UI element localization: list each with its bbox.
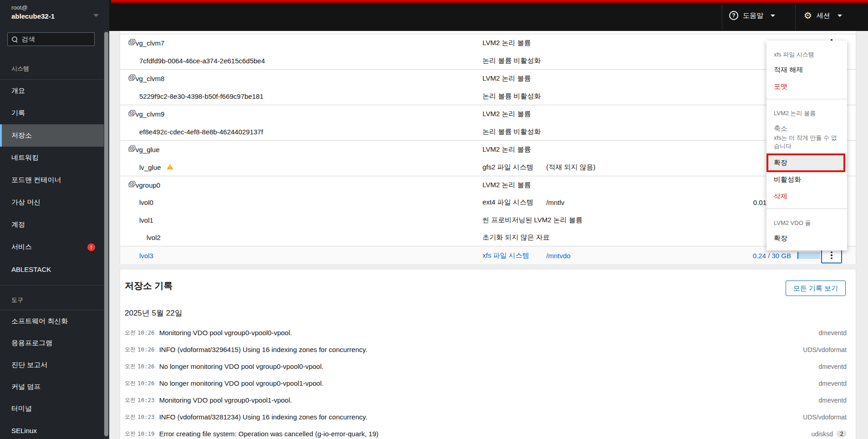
table-row[interactable]: vg_glueLVM2 논리 볼륨 (120, 141, 856, 158)
table-row[interactable]: 7cfdfd9b-0064-46ce-a374-2e615c6d5be4논리 볼… (120, 52, 856, 70)
main-content: vg_clvm7LVM2 논리 볼륨7cfdfd9b-0064-46ce-a37… (109, 31, 868, 439)
menu-item-비활성화[interactable]: 비활성화 (766, 171, 847, 188)
sidebar-item[interactable]: SELinux (0, 419, 104, 439)
volume-group-name: vgroup0 (136, 181, 160, 189)
table-row[interactable]: lv_gluegfs2 파일 시스템(적재 되지 않음) (120, 158, 856, 176)
sidebar-scrollbar[interactable] (104, 31, 109, 439)
sidebar-item-label: 응용프로그램 (11, 339, 52, 347)
log-time: 10:26 (137, 329, 155, 336)
search-input[interactable]: 검색 (7, 32, 95, 46)
mount-point[interactable]: /mntvdo (546, 251, 570, 259)
sidebar-item[interactable]: 소프트웨어 최신화 (0, 310, 104, 332)
menu-item-label: 삭제 (774, 192, 840, 201)
table-row[interactable]: vg_clvm7LVM2 논리 볼륨 (120, 34, 856, 52)
alert-badge: ! (87, 243, 95, 251)
log-entry[interactable]: 오전10:23Monitoring VDO pool vgroup0-vpool… (120, 392, 856, 408)
sidebar-item[interactable]: 저장소 (0, 124, 104, 147)
table-row[interactable]: lvol3xfs 파일 시스템/mntvdo0.24 / 30 GB (120, 246, 856, 264)
menu-item-축소: 축소xfs는 더 작게 만들 수 없습니다 (766, 120, 847, 154)
sidebar-item-label: 포드맨 컨테이너 (11, 176, 61, 184)
log-source: dmeventd (819, 329, 847, 337)
menu-item-확장[interactable]: 확장 (766, 230, 847, 247)
sidebar-section-header: 도구 (0, 296, 104, 305)
table-row[interactable]: lvol2초기화 되지 않은 자료 (120, 229, 856, 246)
log-time: 10:26 (137, 380, 155, 387)
sidebar: root@ ablecube32-1 검색 시스템개요기록저장소네트워킹포드맨 … (0, 0, 104, 439)
session-label: 세션 (817, 11, 830, 20)
volume-type: LVM2 논리 볼륨 (482, 74, 531, 83)
search-placeholder: 검색 (21, 35, 35, 44)
sidebar-item[interactable]: 개요 (0, 80, 104, 102)
log-time: 10:23 (137, 413, 155, 420)
volume-content[interactable]: xfs 파일 시스템 (482, 251, 529, 260)
search-icon (12, 36, 18, 42)
sidebar-item[interactable]: 네트워킹 (0, 147, 104, 169)
table-row[interactable]: lvol1씬 프로비저닝된 LVM2 논리 볼륨 (120, 211, 856, 229)
log-count-badge: 2 (837, 430, 847, 437)
volume-type: LVM2 논리 볼륨 (482, 145, 531, 154)
storage-logs-card: 저장소 기록 모든 기록 보기 2025년 5월 22일 오전10:26Moni… (120, 270, 856, 439)
sidebar-item-label: ABLESTACK (11, 265, 51, 273)
volume-name[interactable]: lvol3 (139, 251, 153, 259)
log-entry[interactable]: 오전10:26No longer monitoring VDO pool vgr… (120, 375, 856, 392)
sidebar-item[interactable]: 가상 머신 (0, 191, 104, 214)
log-source: dmeventd (819, 363, 847, 370)
sidebar-item[interactable]: 기록 (0, 102, 104, 124)
table-row[interactable]: lvol0ext4 파일 시스템/mntlv0.01 (120, 194, 856, 211)
sidebar-item[interactable]: 진단 보고서 (0, 354, 104, 376)
host-switcher[interactable]: root@ ablecube32-1 (0, 0, 109, 31)
sidebar-item[interactable]: ABLESTACK (0, 258, 104, 281)
sidebar-item[interactable]: 서비스! (0, 236, 104, 258)
sidebar-item-label: 진단 보고서 (11, 361, 47, 369)
table-row[interactable]: vg_clvm9LVM2 논리 볼륨 (120, 105, 856, 123)
sidebar-item-label: 계정 (11, 220, 25, 229)
volume-group-name: vg_clvm9 (136, 110, 164, 118)
log-entry[interactable]: 오전10:19Error creating file system: Opera… (120, 425, 856, 439)
table-row[interactable]: ef8e492c-cdec-4ef8-8e8b-46244029137f논리 볼… (120, 123, 856, 141)
gear-icon: ⚙ (804, 11, 812, 20)
view-all-logs-button[interactable]: 모든 기록 보기 (786, 281, 846, 296)
menu-item-label: 적재 해제 (774, 66, 840, 74)
menu-item-적재 해제[interactable]: 적재 해제 (766, 61, 847, 78)
menu-divider (766, 209, 847, 209)
sidebar-item[interactable]: 터미널 (0, 398, 104, 419)
masthead-separator (795, 5, 796, 31)
sidebar-item[interactable]: 커널 덤프 (0, 376, 104, 398)
volume-type: LVM2 논리 볼륨 (482, 181, 531, 189)
sidebar-item[interactable]: 응용프로그램 (0, 332, 104, 354)
volume-content: 논리 볼륨 비활성화 (482, 127, 541, 136)
volume-type: LVM2 논리 볼륨 (482, 110, 531, 118)
log-time: 10:19 (137, 430, 155, 437)
sidebar-item-label: 서비스 (11, 243, 32, 251)
log-entry[interactable]: 오전10:26Monitoring VDO pool vgroup0-vpool… (120, 324, 856, 341)
volume-group-icon (128, 74, 136, 82)
help-menu-button[interactable]: ? 도움말 (729, 0, 775, 31)
sidebar-item[interactable]: 계정 (0, 214, 104, 236)
usage-bar (797, 252, 820, 259)
session-menu-button[interactable]: ⚙ 세션 (804, 0, 842, 31)
menu-item-label: 축소 (774, 124, 840, 133)
log-source: UDS/vdoformat (803, 346, 847, 353)
log-entry[interactable]: 오전10:26INFO (vdoformat/3296415) Using 16… (120, 341, 856, 358)
volume-content: 논리 볼륨 비활성화 (482, 92, 541, 100)
volume-content: 씬 프로비저닝된 LVM2 논리 볼륨 (482, 215, 583, 224)
scrollbar-thumb[interactable] (104, 32, 108, 436)
volume-content: 논리 볼륨 비활성화 (482, 56, 541, 65)
logged-in-user: root@ (11, 4, 28, 11)
menu-item-grow-annotated[interactable]: 확장 (766, 154, 847, 171)
usage-text: 0.01 (753, 199, 766, 206)
table-row[interactable]: vg_clvm8LVM2 논리 볼륨 (120, 70, 856, 87)
table-row[interactable]: vgroup0LVM2 논리 볼륨 (120, 176, 856, 194)
table-row[interactable]: 5229f9c2-8e30-4398-b50f-f669c97be181논리 볼… (120, 87, 856, 105)
log-entry[interactable]: 오전10:26No longer monitoring VDO pool vgr… (120, 358, 856, 375)
menu-divider (766, 99, 847, 99)
volume-group-icon (128, 145, 136, 153)
log-entry[interactable]: 오전10:23INFO (vdoformat/3281234) Using 16… (120, 408, 856, 425)
volume-table: vg_clvm7LVM2 논리 볼륨7cfdfd9b-0064-46ce-a37… (120, 34, 856, 264)
masthead: ? 도움말 ⚙ 세션 (0, 0, 868, 31)
volume-group-name: vg_clvm8 (136, 75, 164, 82)
sidebar-item[interactable]: 포드맨 컨테이너 (0, 169, 104, 191)
menu-item-label: 확장 (774, 234, 840, 243)
menu-item-삭제[interactable]: 삭제 (766, 188, 847, 205)
menu-item-포맷[interactable]: 포맷 (766, 78, 847, 95)
